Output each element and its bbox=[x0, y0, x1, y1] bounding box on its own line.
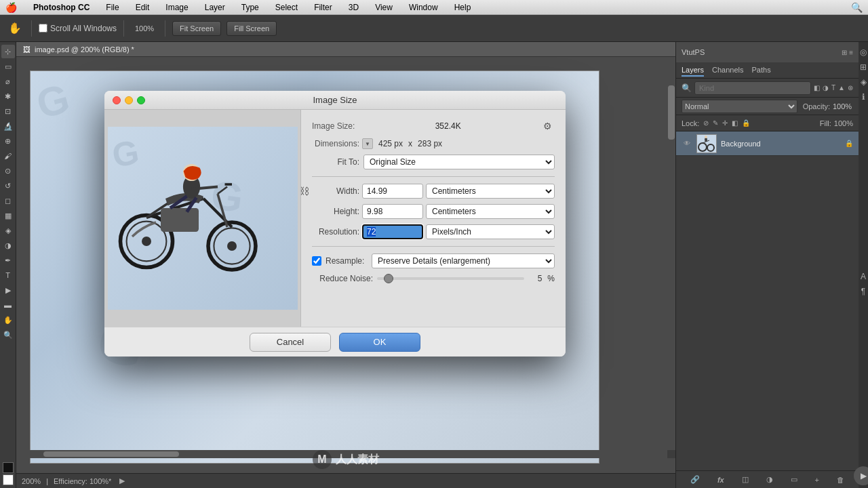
menu-image[interactable]: Image bbox=[163, 1, 191, 14]
filter-adjust-icon[interactable]: ◑ bbox=[823, 84, 829, 92]
menu-filter[interactable]: Filter bbox=[311, 1, 335, 14]
right-icon-1[interactable]: ◎ bbox=[856, 45, 868, 60]
settings-gear-button[interactable]: ⚙ bbox=[541, 119, 555, 133]
link-layers-icon[interactable]: 🔗 bbox=[690, 475, 700, 484]
tab-layers[interactable]: Layers bbox=[682, 64, 704, 77]
menu-select[interactable]: Select bbox=[273, 1, 300, 14]
group-layers-icon[interactable]: ▭ bbox=[791, 475, 797, 484]
horizontal-scrollbar[interactable] bbox=[16, 450, 667, 458]
delete-layer-icon[interactable]: 🗑 bbox=[837, 476, 844, 484]
efficiency-arrow[interactable]: ▶ bbox=[119, 476, 125, 485]
foreground-color[interactable] bbox=[3, 462, 14, 473]
fit-to-select[interactable]: Original Size Custom US Paper (8.5 x 11 … bbox=[363, 155, 555, 169]
fit-screen-button[interactable]: Fit Screen bbox=[172, 21, 221, 36]
resample-method-select[interactable]: Preserve Details (enlargement) Automatic… bbox=[372, 253, 555, 268]
gradient-tool[interactable]: ▦ bbox=[1, 209, 15, 222]
crop-tool[interactable]: ⊡ bbox=[1, 104, 15, 118]
canvas-tab[interactable]: 🖼 image.psd @ 200% (RGB/8) * bbox=[16, 42, 675, 57]
layer-search-input[interactable] bbox=[694, 81, 811, 95]
right-icon-text[interactable]: A bbox=[856, 269, 868, 284]
resample-checkbox[interactable] bbox=[312, 256, 321, 266]
lock-transparent-icon[interactable]: ⊘ bbox=[703, 119, 709, 127]
eraser-tool[interactable]: ◻ bbox=[1, 194, 15, 207]
lock-image-icon[interactable]: ✎ bbox=[713, 119, 718, 127]
height-input[interactable] bbox=[362, 204, 423, 219]
chain-icon-wrap[interactable]: ⛓ bbox=[300, 174, 309, 208]
eyedropper-tool[interactable]: 🔬 bbox=[1, 119, 15, 133]
select-rect-tool[interactable]: ▭ bbox=[1, 60, 15, 73]
type-tool[interactable]: T bbox=[1, 268, 15, 282]
dodge-tool[interactable]: ◑ bbox=[1, 239, 15, 252]
dialog-maximize-button[interactable] bbox=[137, 96, 145, 104]
menu-layer[interactable]: Layer bbox=[202, 1, 228, 14]
opacity-value[interactable]: 100% bbox=[833, 102, 853, 110]
adjustment-layer-icon[interactable]: ◑ bbox=[766, 475, 773, 484]
menu-3d[interactable]: 3D bbox=[346, 1, 361, 14]
menu-view[interactable]: View bbox=[372, 1, 395, 14]
layer-item[interactable]: 👁 Background 🔒 bbox=[676, 131, 859, 156]
menu-help[interactable]: Help bbox=[452, 1, 474, 14]
resample-label[interactable]: Resample: bbox=[326, 256, 368, 266]
play-button[interactable]: ▶ bbox=[854, 466, 868, 485]
fill-value[interactable]: 100% bbox=[834, 119, 853, 127]
hand-tool-icon[interactable]: ✋ bbox=[5, 19, 24, 38]
width-input[interactable] bbox=[362, 184, 423, 199]
right-icon-4[interactable]: ℹ bbox=[856, 89, 868, 104]
brush-tool[interactable]: 🖌 bbox=[1, 149, 15, 163]
vscrollbar-thumb[interactable] bbox=[668, 85, 675, 140]
add-mask-icon[interactable]: ◫ bbox=[742, 475, 749, 484]
blend-mode-select[interactable]: Normal Dissolve Multiply Screen Overlay bbox=[682, 100, 797, 113]
move-tool[interactable]: ⊹ bbox=[1, 45, 15, 58]
filter-pixel-icon[interactable]: ◧ bbox=[814, 84, 820, 92]
filter-type-icon[interactable]: T bbox=[831, 84, 835, 92]
scroll-all-windows-checkbox[interactable] bbox=[39, 24, 47, 33]
panel-icons-row[interactable]: ⊞ ≡ bbox=[842, 49, 853, 56]
layer-lock-icon[interactable]: 🔒 bbox=[845, 140, 853, 147]
path-select-tool[interactable]: ▶ bbox=[1, 283, 15, 297]
lock-position-icon[interactable]: ✛ bbox=[722, 119, 728, 127]
tab-channels[interactable]: Channels bbox=[712, 64, 743, 77]
menu-type[interactable]: Type bbox=[239, 1, 262, 14]
quick-select-tool[interactable]: ✱ bbox=[1, 89, 15, 103]
dimensions-toggle[interactable]: ▼ bbox=[362, 138, 373, 149]
new-layer-icon[interactable]: + bbox=[815, 476, 819, 484]
reduce-noise-slider[interactable] bbox=[377, 277, 524, 280]
resolution-input[interactable] bbox=[362, 224, 423, 239]
menu-photoshop[interactable]: Photoshop CC bbox=[31, 1, 92, 14]
hscrollbar-thumb[interactable] bbox=[43, 451, 179, 457]
dialog-minimize-button[interactable] bbox=[125, 96, 133, 104]
fx-icon[interactable]: fx bbox=[717, 476, 724, 484]
layer-visibility-icon[interactable]: 👁 bbox=[682, 138, 692, 149]
lock-all-icon[interactable]: 🔒 bbox=[742, 119, 750, 127]
filter-shape-icon[interactable]: ▲ bbox=[838, 84, 845, 92]
fill-screen-button[interactable]: Fill Screen bbox=[226, 21, 277, 36]
lasso-tool[interactable]: ⌀ bbox=[1, 75, 15, 88]
canvas-content[interactable]: G G G G bbox=[16, 57, 675, 473]
menu-edit[interactable]: Edit bbox=[133, 1, 153, 14]
menu-file[interactable]: File bbox=[103, 1, 121, 14]
shape-tool[interactable]: ▬ bbox=[1, 298, 15, 312]
cancel-button[interactable]: Cancel bbox=[250, 333, 331, 352]
lock-artboard-icon[interactable]: ◧ bbox=[732, 119, 738, 127]
right-icon-3[interactable]: ◈ bbox=[856, 75, 868, 89]
clone-stamp-tool[interactable]: ⊙ bbox=[1, 164, 15, 178]
right-icon-2[interactable]: ⊞ bbox=[856, 60, 868, 75]
vertical-scrollbar[interactable] bbox=[667, 72, 675, 458]
history-brush-tool[interactable]: ↺ bbox=[1, 179, 15, 192]
healing-brush-tool[interactable]: ⊕ bbox=[1, 134, 15, 148]
zoom-tool[interactable]: 🔍 bbox=[1, 328, 15, 342]
ok-button[interactable]: OK bbox=[339, 333, 420, 352]
filter-smart-icon[interactable]: ⊛ bbox=[848, 84, 853, 92]
tab-paths[interactable]: Paths bbox=[752, 64, 771, 77]
width-unit-select[interactable]: Centimeters Pixels Inches Millimeters Po… bbox=[426, 184, 555, 199]
height-unit-select[interactable]: Centimeters Pixels Inches Millimeters Po… bbox=[426, 204, 555, 219]
menu-window[interactable]: Window bbox=[406, 1, 441, 14]
right-icon-paragraph[interactable]: ¶ bbox=[856, 284, 868, 299]
background-color[interactable] bbox=[3, 474, 14, 485]
hand-tool[interactable]: ✋ bbox=[1, 313, 15, 327]
dialog-close-button[interactable] bbox=[113, 96, 121, 104]
pen-tool[interactable]: ✒ bbox=[1, 253, 15, 267]
apple-menu[interactable]: 🍎 bbox=[5, 2, 17, 13]
resolution-unit-select[interactable]: Pixels/Inch Pixels/Centimeter bbox=[426, 224, 555, 239]
blur-tool[interactable]: ◈ bbox=[1, 224, 15, 237]
